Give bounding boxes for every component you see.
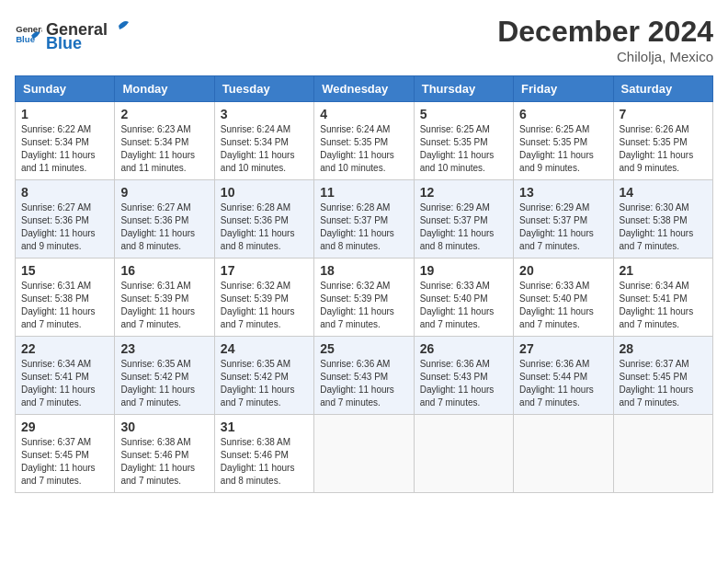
day-info: Sunrise: 6:35 AM Sunset: 5:42 PM Dayligh… [221,358,308,409]
page-header: General Blue General Blue December 2024 … [15,15,713,64]
day-number: 3 [221,107,308,121]
calendar-cell: 23 Sunrise: 6:35 AM Sunset: 5:42 PM Dayl… [115,337,214,415]
sunset-label: Sunset: 5:44 PM [519,372,587,382]
logo: General Blue General Blue [15,15,131,53]
sunrise-label: Sunrise: 6:28 AM [320,202,390,213]
day-number: 26 [420,341,507,356]
logo-icon: General Blue [15,20,42,48]
day-info: Sunrise: 6:22 AM Sunset: 5:34 PM Dayligh… [21,123,108,175]
sunset-label: Sunset: 5:35 PM [420,137,488,147]
calendar-week-row: 15 Sunrise: 6:31 AM Sunset: 5:38 PM Dayl… [16,259,713,337]
sunrise-label: Sunrise: 6:32 AM [320,281,390,291]
day-number: 23 [120,341,208,356]
day-number: 25 [320,341,407,356]
day-info: Sunrise: 6:29 AM Sunset: 5:37 PM Dayligh… [519,201,607,253]
day-info: Sunrise: 6:28 AM Sunset: 5:36 PM Dayligh… [221,201,308,253]
day-number: 28 [620,341,707,356]
month-title: December 2024 [497,15,713,49]
day-number: 7 [620,107,707,121]
calendar-cell: 29 Sunrise: 6:37 AM Sunset: 5:45 PM Dayl… [16,415,115,493]
day-number: 6 [519,107,607,121]
sunset-label: Sunset: 5:35 PM [320,137,388,147]
day-info: Sunrise: 6:34 AM Sunset: 5:41 PM Dayligh… [21,358,108,409]
calendar-header-row: SundayMondayTuesdayWednesdayThursdayFrid… [16,76,713,102]
calendar-cell: 18 Sunrise: 6:32 AM Sunset: 5:39 PM Dayl… [314,259,414,337]
sunrise-label: Sunrise: 6:27 AM [120,202,190,213]
sunset-label: Sunset: 5:43 PM [320,372,388,382]
day-info: Sunrise: 6:25 AM Sunset: 5:35 PM Dayligh… [420,123,507,175]
sunset-label: Sunset: 5:35 PM [519,137,587,147]
sunset-label: Sunset: 5:35 PM [620,137,688,147]
day-number: 24 [221,341,308,356]
day-info: Sunrise: 6:36 AM Sunset: 5:43 PM Dayligh… [320,358,407,409]
day-info: Sunrise: 6:24 AM Sunset: 5:35 PM Dayligh… [320,123,407,175]
sunrise-label: Sunrise: 6:33 AM [420,281,490,291]
daylight-label: Daylight: 11 hours and 8 minutes. [420,228,495,251]
sunrise-label: Sunrise: 6:24 AM [320,124,390,134]
daylight-label: Daylight: 11 hours and 10 minutes. [320,150,394,173]
calendar-cell: 14 Sunrise: 6:30 AM Sunset: 5:38 PM Dayl… [613,180,712,259]
daylight-label: Daylight: 11 hours and 7 minutes. [120,463,195,486]
calendar-cell [414,415,513,493]
daylight-label: Daylight: 11 hours and 7 minutes. [21,306,96,329]
calendar-cell: 31 Sunrise: 6:38 AM Sunset: 5:46 PM Dayl… [214,415,313,493]
sunset-label: Sunset: 5:36 PM [221,215,289,225]
day-info: Sunrise: 6:33 AM Sunset: 5:40 PM Dayligh… [519,280,607,331]
sunrise-label: Sunrise: 6:24 AM [221,124,290,134]
sunrise-label: Sunrise: 6:32 AM [221,281,290,291]
sunset-label: Sunset: 5:45 PM [21,450,89,460]
sunset-label: Sunset: 5:39 PM [320,293,388,304]
day-info: Sunrise: 6:28 AM Sunset: 5:37 PM Dayligh… [320,201,407,253]
sunrise-label: Sunrise: 6:31 AM [21,281,91,291]
daylight-label: Daylight: 11 hours and 8 minutes. [120,228,195,251]
daylight-label: Daylight: 11 hours and 9 minutes. [21,228,96,251]
calendar-cell: 6 Sunrise: 6:25 AM Sunset: 5:35 PM Dayli… [514,102,613,180]
calendar-cell: 21 Sunrise: 6:34 AM Sunset: 5:41 PM Dayl… [613,259,712,337]
day-info: Sunrise: 6:33 AM Sunset: 5:40 PM Dayligh… [420,280,507,331]
daylight-label: Daylight: 11 hours and 7 minutes. [120,385,195,408]
calendar-cell: 16 Sunrise: 6:31 AM Sunset: 5:39 PM Dayl… [115,259,214,337]
calendar-cell: 22 Sunrise: 6:34 AM Sunset: 5:41 PM Dayl… [16,337,115,415]
day-number: 27 [519,341,607,356]
sunset-label: Sunset: 5:46 PM [221,450,289,460]
calendar-cell: 26 Sunrise: 6:36 AM Sunset: 5:43 PM Dayl… [414,337,513,415]
calendar-cell: 11 Sunrise: 6:28 AM Sunset: 5:37 PM Dayl… [314,180,414,259]
daylight-label: Daylight: 11 hours and 7 minutes. [120,306,195,329]
sunrise-label: Sunrise: 6:26 AM [620,124,689,134]
day-number: 12 [420,185,507,200]
sunrise-label: Sunrise: 6:37 AM [620,359,689,369]
sunset-label: Sunset: 5:34 PM [120,137,188,147]
calendar-day-header-friday: Friday [514,76,613,102]
daylight-label: Daylight: 11 hours and 7 minutes. [620,228,694,251]
day-number: 2 [120,107,208,121]
daylight-label: Daylight: 11 hours and 11 minutes. [120,150,195,173]
day-info: Sunrise: 6:27 AM Sunset: 5:36 PM Dayligh… [21,201,108,253]
calendar-cell [514,415,613,493]
sunrise-label: Sunrise: 6:38 AM [120,437,190,447]
sunset-label: Sunset: 5:42 PM [221,372,289,382]
sunset-label: Sunset: 5:41 PM [620,293,688,304]
day-number: 22 [21,341,108,356]
sunset-label: Sunset: 5:40 PM [420,293,488,304]
daylight-label: Daylight: 11 hours and 7 minutes. [320,306,394,329]
sunset-label: Sunset: 5:38 PM [620,215,688,225]
sunrise-label: Sunrise: 6:35 AM [120,359,190,369]
sunrise-label: Sunrise: 6:36 AM [519,359,589,369]
calendar-day-header-monday: Monday [115,76,214,102]
day-number: 5 [420,107,507,121]
sunset-label: Sunset: 5:42 PM [120,372,188,382]
calendar-cell: 24 Sunrise: 6:35 AM Sunset: 5:42 PM Dayl… [214,337,313,415]
day-info: Sunrise: 6:36 AM Sunset: 5:44 PM Dayligh… [519,358,607,409]
calendar-table: SundayMondayTuesdayWednesdayThursdayFrid… [15,75,713,493]
day-info: Sunrise: 6:29 AM Sunset: 5:37 PM Dayligh… [420,201,507,253]
daylight-label: Daylight: 11 hours and 7 minutes. [320,385,394,408]
calendar-cell: 28 Sunrise: 6:37 AM Sunset: 5:45 PM Dayl… [613,337,712,415]
daylight-label: Daylight: 11 hours and 7 minutes. [420,306,495,329]
calendar-cell: 13 Sunrise: 6:29 AM Sunset: 5:37 PM Dayl… [514,180,613,259]
day-number: 1 [21,107,108,121]
day-number: 8 [21,185,108,200]
day-info: Sunrise: 6:26 AM Sunset: 5:35 PM Dayligh… [620,123,707,175]
day-info: Sunrise: 6:25 AM Sunset: 5:35 PM Dayligh… [519,123,607,175]
day-number: 11 [320,185,407,200]
calendar-week-row: 29 Sunrise: 6:37 AM Sunset: 5:45 PM Dayl… [16,415,713,493]
